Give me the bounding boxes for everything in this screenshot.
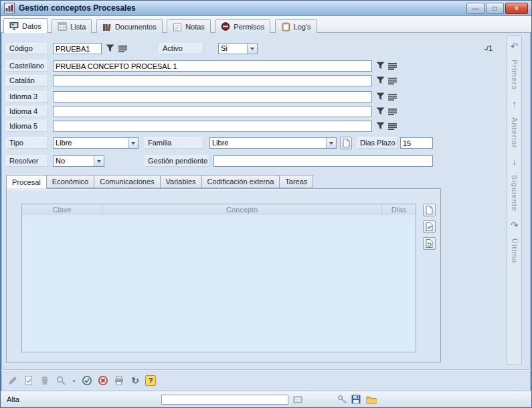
first-record-icon[interactable]: ↶: [511, 42, 519, 51]
subtab-comunicaciones[interactable]: Comunicaciones: [94, 175, 160, 188]
castellano-input[interactable]: [53, 60, 372, 72]
idioma3-filter-icon[interactable]: [376, 92, 385, 100]
grid-header: Clave Concepto Días: [21, 204, 416, 216]
codigo-label: Código: [6, 43, 48, 54]
grid-body[interactable]: [21, 215, 416, 352]
record-navigator: ↶ Primero ↑ Anterior ↓ Siguiente ↷ Últim…: [507, 36, 522, 365]
familia-detail-button[interactable]: [340, 137, 352, 149]
app-icon: [4, 3, 15, 13]
column-header-concepto[interactable]: Concepto: [102, 204, 382, 215]
subtab-variables[interactable]: Variables: [161, 175, 202, 188]
catalan-list-icon[interactable]: [388, 78, 397, 84]
app-window: Gestión conceptos Procesales — □ × Datos…: [0, 0, 532, 408]
resolver-label: Resolver: [6, 155, 48, 167]
grid-validate-button[interactable]: [423, 220, 436, 233]
minimize-button[interactable]: —: [466, 3, 484, 14]
activo-label: Activo: [159, 43, 203, 54]
castellano-filter-icon[interactable]: [376, 62, 385, 70]
catalan-input[interactable]: [53, 75, 372, 86]
idioma3-list-icon[interactable]: [388, 94, 397, 100]
monitor-icon: [9, 21, 19, 30]
accept-icon[interactable]: [81, 375, 93, 387]
print-icon[interactable]: [113, 375, 125, 387]
idioma3-input[interactable]: [53, 91, 372, 103]
castellano-list-icon[interactable]: [388, 63, 397, 70]
progress-bar: [161, 395, 288, 405]
refresh-icon[interactable]: ↻: [129, 375, 141, 387]
tab-label: Permisos: [234, 23, 264, 31]
cancel-icon[interactable]: [97, 375, 109, 387]
tab-datos[interactable]: Datos: [3, 18, 48, 33]
codigo-list-icon[interactable]: [118, 46, 127, 52]
edit-icon[interactable]: [7, 375, 19, 387]
gestion-pendiente-label: Gestión pendiente: [145, 155, 210, 167]
subtab-economico[interactable]: Económico: [47, 175, 94, 188]
tab-documentos[interactable]: Documentos: [96, 19, 163, 33]
window-controls: — □ ×: [466, 3, 528, 14]
familia-select[interactable]: Libre: [209, 137, 337, 149]
document-refresh-icon: [426, 239, 433, 248]
maximize-button[interactable]: □: [486, 3, 504, 14]
tab-label: Documentos: [115, 23, 157, 31]
column-header-clave[interactable]: Clave: [22, 204, 102, 215]
search-icon[interactable]: [55, 375, 67, 387]
nav-first-label[interactable]: Primero: [511, 60, 519, 90]
idioma5-label: Idioma 5: [6, 121, 48, 132]
bottom-toolbar: ↻ ?: [1, 369, 531, 391]
grid-add-button[interactable]: [423, 204, 436, 216]
confirm-document-icon[interactable]: [23, 375, 35, 387]
tab-label: Log's: [294, 23, 311, 31]
gestion-pendiente-input[interactable]: [213, 155, 433, 167]
tab-bar: Datos Lista Documentos Notas Permisos Lo…: [1, 16, 531, 33]
idioma4-filter-icon[interactable]: [376, 107, 385, 115]
nav-next-label[interactable]: Siguiente: [511, 175, 519, 212]
idioma3-label: Idioma 3: [6, 91, 48, 103]
grid-icon: [58, 22, 67, 31]
next-record-icon[interactable]: ↓: [512, 157, 517, 166]
close-button[interactable]: ×: [505, 3, 528, 14]
keypad-icon[interactable]: [292, 394, 303, 405]
tab-permisos[interactable]: Permisos: [215, 19, 270, 33]
familia-value: Libre: [210, 138, 326, 148]
subtab-procesal[interactable]: Procesal: [6, 175, 47, 189]
idioma5-input[interactable]: [53, 121, 372, 132]
tipo-value: Libre: [54, 138, 128, 148]
last-record-icon[interactable]: ↷: [511, 220, 519, 230]
dias-plazo-input[interactable]: [400, 137, 433, 149]
chevron-down-icon: [247, 44, 257, 54]
activo-select[interactable]: Si: [218, 43, 258, 54]
codigo-filter-icon[interactable]: [106, 44, 114, 52]
tab-label: Datos: [22, 22, 41, 30]
codigo-input[interactable]: [53, 43, 102, 54]
catalan-label: Catalán: [6, 75, 48, 86]
status-bar: Alta: [1, 391, 531, 407]
folder-icon[interactable]: [366, 394, 377, 405]
idioma5-filter-icon[interactable]: [376, 122, 385, 130]
subtab-codificacion-externa[interactable]: Codificación externa: [202, 175, 280, 188]
key-icon[interactable]: [337, 394, 347, 405]
title-bar: Gestión conceptos Procesales — □ ×: [1, 1, 531, 16]
column-header-dias[interactable]: Días: [382, 204, 416, 215]
nav-previous-label[interactable]: Anterior: [511, 117, 519, 149]
help-icon[interactable]: ?: [145, 375, 156, 386]
clipboard-icon: [281, 21, 290, 31]
idioma5-list-icon[interactable]: [388, 123, 397, 130]
previous-record-icon[interactable]: ↑: [512, 99, 517, 109]
catalan-filter-icon[interactable]: [376, 76, 385, 84]
window-title: Gestión conceptos Procesales: [19, 3, 136, 13]
delete-icon[interactable]: [39, 375, 51, 387]
tipo-select[interactable]: Libre: [53, 137, 139, 149]
chevron-down-icon: [128, 138, 138, 148]
resolver-select[interactable]: No: [53, 155, 104, 167]
nav-last-label[interactable]: Último: [511, 239, 519, 263]
save-icon[interactable]: [351, 394, 361, 405]
status-mode-text: Alta: [7, 395, 19, 403]
tab-logs[interactable]: Log's: [275, 19, 317, 33]
grid-refresh-button[interactable]: [423, 237, 436, 250]
tab-notas[interactable]: Notas: [167, 19, 211, 33]
idioma4-list-icon[interactable]: [388, 109, 397, 115]
idioma4-input[interactable]: [53, 106, 372, 117]
familia-label: Familia: [145, 137, 203, 149]
tab-lista[interactable]: Lista: [52, 19, 92, 33]
subtab-tareas[interactable]: Tareas: [280, 175, 313, 188]
